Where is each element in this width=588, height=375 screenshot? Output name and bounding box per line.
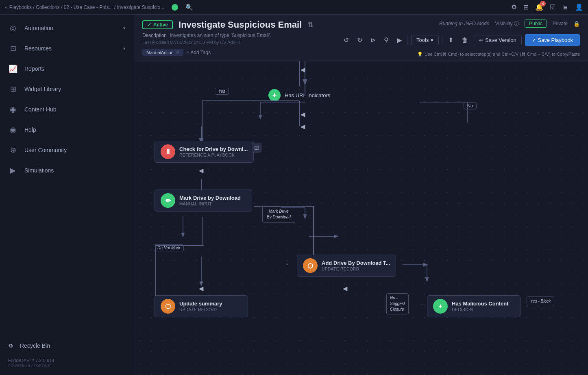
hint-bar: 💡 Use Ctrl(⌘ Cmd) to select step(s) and … <box>417 52 580 57</box>
check-drive-content: Check for Drive by Downl... REFERENCE A … <box>179 146 248 157</box>
play-button[interactable]: ▶ <box>394 35 404 46</box>
update-summary-subtitle: UPDATE RECORD <box>179 307 222 312</box>
playbook-title-row: Active Investigate Suspicious Email ⇅ <box>142 20 314 30</box>
has-url-node[interactable]: + Has URL Indicators <box>268 89 330 101</box>
description-label: Description <box>142 33 167 38</box>
last-modified-label: Last Modified <box>142 40 169 45</box>
horiz-line-1 <box>202 100 299 101</box>
has-malicious-icon: + <box>433 299 448 314</box>
active-badge: Active <box>142 20 173 29</box>
playbook-header-right: Running In INFO Mode Visibility ⓘ Public… <box>341 20 580 57</box>
resources-arrow: ▾ <box>123 46 126 51</box>
add-drive-node[interactable]: ⬡ Add Drive By Download T... UPDATE RECO… <box>297 255 396 277</box>
sidebar-item-widget-library[interactable]: ⊞ Widget Library <box>0 79 134 99</box>
sidebar-item-user-community[interactable]: ⊕ User Community <box>0 140 134 160</box>
upload-button[interactable]: ⬆ <box>446 35 456 46</box>
playbook-meta: Last Modified 07/14/2022 04:33 PM by CS … <box>142 40 314 45</box>
mark-drive-label: Mark DriveBy Download <box>262 206 295 223</box>
flow-arrow-4: ▼ <box>197 167 206 175</box>
has-malicious-title: Has Malicious Content <box>452 301 508 307</box>
sidebar-item-reports[interactable]: 📈 Reports <box>0 59 134 79</box>
undo-button[interactable]: ↺ <box>341 35 351 46</box>
has-url-icon: + <box>268 89 281 101</box>
sidebar-label-resources: Resources <box>24 45 52 52</box>
check-drive-title: Check for Drive by Downl... <box>179 146 248 152</box>
monitor-icon[interactable]: 🖥 <box>562 4 568 11</box>
tag-row: ManualAction ✕ + Add Tags <box>142 49 314 56</box>
mode-visibility-row: Running In INFO Mode Visibility ⓘ Public… <box>439 20 580 28</box>
update-summary-title: Update summary <box>179 301 222 307</box>
simulations-icon: ▶ <box>8 166 18 175</box>
add-tags-button[interactable]: + Add Tags <box>187 50 211 55</box>
back-chevron[interactable]: ‹ <box>5 4 7 11</box>
recycle-bin-label: Recycle Bin <box>20 342 50 349</box>
recycle-bin-icon: ♻ <box>8 342 13 349</box>
checkbox-icon[interactable]: ☑ <box>550 3 555 11</box>
sidebar-item-help[interactable]: ◉ Help <box>0 120 134 140</box>
tag-close-icon[interactable]: ✕ <box>176 50 179 55</box>
no-edge-label: No <box>464 102 477 109</box>
update-summary-icon: ⬡ <box>161 299 175 314</box>
update-summary-node[interactable]: ⬡ Update summary UPDATE RECORD <box>155 295 248 317</box>
top-bar-right: ⚙ ⊞ 🔔 4 ☑ 🖥 👤 <box>511 3 583 11</box>
flow-arrow-5: ▼ <box>197 285 206 293</box>
has-malicious-node[interactable]: + Has Malicious Content DECISION <box>427 295 520 317</box>
vert-line-2 <box>202 100 203 141</box>
sidebar-item-content-hub[interactable]: ◉ Content Hub <box>0 99 134 120</box>
sidebar-footer: FortiSOAR™ 7.2.0-914 POWERED BY FORTINET <box>0 354 134 372</box>
sync-icon[interactable]: ⇅ <box>307 20 314 29</box>
page-title: Investigate Suspicious Email <box>179 20 302 30</box>
sidebar-item-automation[interactable]: ◎ Automation ▾ <box>0 18 134 38</box>
description-text: Investigates an alert of type 'Suspiciou… <box>170 33 271 38</box>
visibility-label: Visibility ⓘ <box>495 20 518 27</box>
mark-drive-content: Mark Drive by Download MANUAL INPUT <box>179 195 241 206</box>
ref-box: ⊡ <box>252 143 261 153</box>
save-playbook-button[interactable]: ✓ Save Playbook <box>525 34 580 46</box>
grid-icon[interactable]: ⊞ <box>523 3 529 11</box>
manual-action-tag[interactable]: ManualAction ✕ <box>142 49 183 56</box>
check-drive-icon: ⏸ <box>161 144 175 159</box>
mark-drive-node[interactable]: ✏ Mark Drive by Download MANUAL INPUT <box>155 190 252 211</box>
sidebar-label-content-hub: Content Hub <box>24 106 57 113</box>
toolbar: ↺ ↻ ⊳ ⚲ ▶ Tools ▾ ⬆ 🗑 ↩ Save Versio <box>341 34 580 46</box>
sidebar-item-simulations[interactable]: ▶ Simulations <box>0 160 134 181</box>
top-bar: ‹ Playbooks / Collections / 02 - Use Cas… <box>0 0 588 15</box>
sidebar-label-simulations: Simulations <box>24 167 54 174</box>
main-layout: ◎ Automation ▾ ⊡ Resources ▾ 📈 Reports ⊞… <box>0 15 588 375</box>
pin-button[interactable]: ⚲ <box>381 35 391 46</box>
reports-icon: 📈 <box>8 64 18 73</box>
top-connector-line <box>299 61 300 86</box>
search-icon[interactable]: 🔍 <box>185 4 193 11</box>
check-drive-node[interactable]: ⏸ Check for Drive by Downl... REFERENCE … <box>155 141 254 163</box>
sidebar-item-recycle-bin[interactable]: ♻ Recycle Bin <box>0 338 134 354</box>
playbook-header: Active Investigate Suspicious Email ⇅ De… <box>134 15 588 61</box>
breadcrumb: Playbooks / Collections / 02 - Use Case … <box>9 4 165 10</box>
public-button[interactable]: Public <box>525 20 547 28</box>
notification-badge: 4 <box>540 1 546 7</box>
step-button[interactable]: ⊳ <box>368 35 378 46</box>
flow-arrow-malicious: → <box>420 301 426 308</box>
user-community-icon: ⊕ <box>8 146 18 155</box>
sidebar-label-reports: Reports <box>24 65 44 72</box>
delete-button[interactable]: 🗑 <box>459 35 470 46</box>
settings-icon[interactable]: ⚙ <box>511 3 517 11</box>
sidebar-label-user-community: User Community <box>24 147 67 153</box>
tag-label: ManualAction <box>146 50 174 55</box>
top-bar-left: ‹ Playbooks / Collections / 02 - Use Cas… <box>5 4 511 11</box>
add-drive-subtitle: UPDATE RECORD <box>322 267 390 271</box>
user-icon[interactable]: 👤 <box>575 3 583 11</box>
yes-edge-label: Yes <box>215 88 229 95</box>
canvas[interactable]: ▼ + Has URL Indicators Yes No ▼ ▼ ⏸ Chec… <box>134 61 588 375</box>
save-version-button[interactable]: ↩ Save Version <box>474 35 521 45</box>
sidebar-menu: ◎ Automation ▾ ⊡ Resources ▾ 📈 Reports ⊞… <box>0 15 134 334</box>
yes-block-label: Yes - Block <box>527 297 554 306</box>
playbook-header-left: Active Investigate Suspicious Email ⇅ De… <box>142 20 314 56</box>
tools-button[interactable]: Tools ▾ <box>411 35 439 45</box>
mark-drive-icon: ✏ <box>161 193 175 208</box>
resources-icon: ⊡ <box>8 44 18 53</box>
redo-button[interactable]: ↻ <box>355 35 365 46</box>
private-button[interactable]: Private <box>553 21 568 26</box>
bell-icon[interactable]: 🔔 4 <box>535 3 543 11</box>
has-malicious-subtitle: DECISION <box>452 307 508 312</box>
sidebar-item-resources[interactable]: ⊡ Resources ▾ <box>0 38 134 59</box>
